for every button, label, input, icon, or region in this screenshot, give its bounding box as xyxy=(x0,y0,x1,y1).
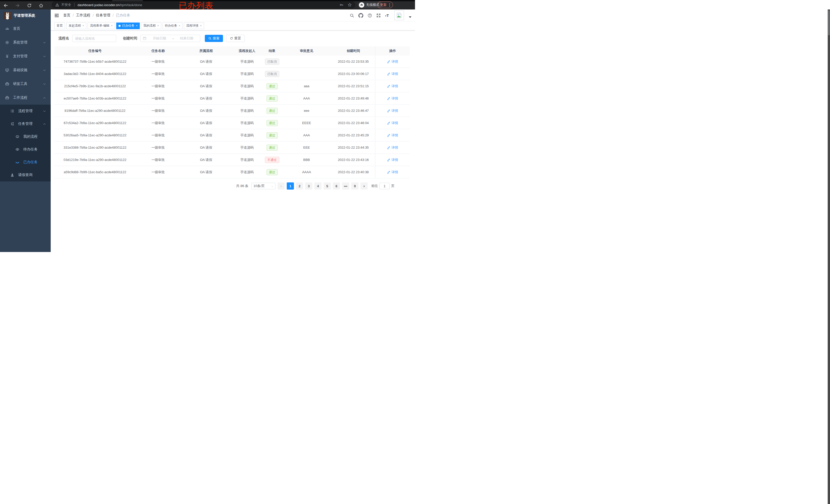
pagination-page-button[interactable]: 5 xyxy=(324,182,331,190)
pagination-page-button[interactable]: 9 xyxy=(351,182,358,190)
sidebar-item-leave-query[interactable]: 请假查询 xyxy=(0,169,51,181)
tab-5[interactable]: 待办任务× xyxy=(163,23,183,29)
task-id-cell: 215cf4e5-7b9b-11ec-9a1b-acde48001122 xyxy=(54,84,136,88)
detail-link-label: 详情 xyxy=(391,133,398,138)
security-warning-icon[interactable] xyxy=(55,3,59,7)
sidebar-item-todo-tasks[interactable]: 待办任务 xyxy=(0,143,51,156)
detail-link-label: 详情 xyxy=(391,121,398,125)
browser-forward-icon[interactable] xyxy=(15,3,20,8)
tab-close-icon[interactable]: × xyxy=(111,24,113,27)
help-icon[interactable] xyxy=(368,13,372,18)
sidebar-item-dev-tools[interactable]: 研发工具 xyxy=(0,77,51,91)
github-icon[interactable] xyxy=(358,13,363,18)
bookmark-star-icon[interactable] xyxy=(348,3,352,7)
detail-link[interactable]: 详情 xyxy=(387,170,398,174)
browser-reload-icon[interactable] xyxy=(27,3,31,8)
key-icon[interactable] xyxy=(340,3,344,7)
edit-pen-icon xyxy=(387,97,390,100)
browser-home-icon[interactable] xyxy=(39,3,43,8)
detail-link[interactable]: 详情 xyxy=(387,84,398,89)
sidebar-collapse-icon[interactable] xyxy=(54,13,59,18)
action-cell: 详情 xyxy=(375,117,410,129)
table-row: 03d1219e-7b9a-11ec-a290-acde48001122一级审批… xyxy=(54,154,410,166)
pagination-more-button[interactable]: ••• xyxy=(342,182,349,190)
result-badge: 不通过 xyxy=(265,157,279,163)
pagination-prev-button[interactable]: ‹ xyxy=(278,182,285,190)
tab-close-icon[interactable]: × xyxy=(83,24,84,27)
tab-2[interactable]: 流程表单-编辑× xyxy=(88,23,115,29)
app-title: 芋道管理系统 xyxy=(13,13,35,18)
detail-link[interactable]: 详情 xyxy=(387,72,398,76)
update-button[interactable]: 更新 xyxy=(377,2,393,8)
security-label[interactable]: 不安全 xyxy=(61,3,71,7)
avatar[interactable] xyxy=(394,10,404,20)
detail-link[interactable]: 详情 xyxy=(387,133,398,138)
font-size-icon[interactable]: TT xyxy=(385,13,389,18)
task-id-cell: 67c534a2-7b9a-11ec-a290-acde48001122 xyxy=(54,121,136,125)
detail-link[interactable]: 详情 xyxy=(387,96,398,101)
end-date-placeholder[interactable]: 结束日期 xyxy=(175,36,198,41)
sidebar-item-system[interactable]: 系统管理 xyxy=(0,36,51,49)
fullscreen-icon[interactable] xyxy=(376,13,381,18)
sidebar-item-my-process[interactable]: 我的流程 xyxy=(0,130,51,143)
tab-1[interactable]: 发起流程× xyxy=(66,23,86,29)
breadcrumb-item-workflow[interactable]: 工作流程 xyxy=(76,13,90,18)
tab-4[interactable]: 我的流程× xyxy=(141,23,161,29)
date-range-input[interactable]: 开始日期 - 结束日期 xyxy=(140,35,200,42)
update-label[interactable]: 更新 xyxy=(380,3,387,7)
tab-6[interactable]: 流程详情× xyxy=(184,23,204,29)
tab-close-icon[interactable]: × xyxy=(157,24,159,27)
task-name-cell: 一级审批 xyxy=(136,133,181,138)
detail-link-label: 详情 xyxy=(391,84,398,89)
detail-link[interactable]: 详情 xyxy=(387,59,398,64)
detail-link[interactable]: 详情 xyxy=(387,158,398,162)
result-cell: 通过 xyxy=(262,108,282,114)
pagination-page-button[interactable]: 1 xyxy=(287,182,294,190)
browser-menu-icon[interactable] xyxy=(389,3,390,7)
create-time-label: 创建时间 xyxy=(123,36,137,41)
page-size-select[interactable]: 10条/页 ⌄ xyxy=(251,183,276,189)
header-search-icon[interactable] xyxy=(350,13,354,18)
task-id-cell: 53026aa5-7b9a-11ec-a290-acde48001122 xyxy=(54,133,136,137)
starter-cell: 芋道源码 xyxy=(232,145,262,150)
reset-button[interactable]: 重置 xyxy=(226,35,245,42)
pagination-page-button[interactable]: 6 xyxy=(333,182,340,190)
action-cell: 详情 xyxy=(375,68,410,80)
detail-link[interactable]: 详情 xyxy=(387,145,398,150)
pagination-next-button[interactable]: › xyxy=(360,182,368,190)
breadcrumb-item-task-mgmt[interactable]: 任务管理 xyxy=(96,13,110,18)
page-url[interactable]: dashboard.yudao.iocoder.cn/bpm/task/done xyxy=(77,3,142,7)
search-button[interactable]: 搜索 xyxy=(205,35,223,42)
process-name-label: 流程名 xyxy=(58,36,69,41)
tab-0[interactable]: 首页 xyxy=(54,23,65,29)
pagination-page-button[interactable]: 3 xyxy=(305,182,312,190)
pagination-page-button[interactable]: 4 xyxy=(314,182,322,190)
tab-close-icon[interactable]: × xyxy=(200,24,201,27)
sidebar-item-done-tasks[interactable]: 已办任务 xyxy=(0,156,51,169)
sidebar-item-infra[interactable]: 基础设施 xyxy=(0,63,51,77)
detail-link[interactable]: 详情 xyxy=(387,108,398,113)
sidebar-item-task-mgmt[interactable]: 任务管理 xyxy=(0,117,51,130)
starter-cell: 芋道源码 xyxy=(232,108,262,113)
pagination-page-button[interactable]: 2 xyxy=(296,182,303,190)
start-date-placeholder[interactable]: 开始日期 xyxy=(149,36,170,41)
tab-label: 发起流程 xyxy=(69,24,81,28)
breadcrumb-item-home[interactable]: 首页 xyxy=(63,13,70,18)
action-cell: 详情 xyxy=(375,105,410,117)
action-cell: 详情 xyxy=(375,129,410,141)
tab-active-3[interactable]: 已办任务× xyxy=(116,23,140,29)
avatar-caret-icon[interactable] xyxy=(409,16,411,18)
result-cell: 通过 xyxy=(262,144,282,151)
sidebar-item-label: 研发工具 xyxy=(13,81,27,86)
browser-back-icon[interactable] xyxy=(4,3,8,8)
sidebar-item-home[interactable]: 首页 xyxy=(0,22,51,36)
sidebar-item-payment[interactable]: 支付管理 xyxy=(0,49,51,63)
tab-close-icon[interactable]: × xyxy=(179,24,180,27)
detail-link[interactable]: 详情 xyxy=(387,121,398,125)
pagination-pages: 123456•••9 xyxy=(287,182,358,190)
sidebar-item-process-mgmt[interactable]: 流程管理 xyxy=(0,105,51,117)
goto-page-input[interactable] xyxy=(379,183,390,189)
tab-close-icon[interactable]: × xyxy=(136,24,137,27)
sidebar-item-workflow[interactable]: 工作流程 xyxy=(0,91,51,105)
process-name-input[interactable] xyxy=(72,35,116,42)
